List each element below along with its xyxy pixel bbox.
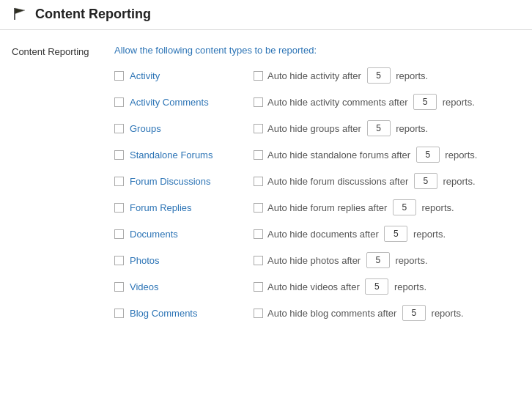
report-count-input-standalone-forums[interactable]	[416, 147, 440, 163]
right-col-standalone-forums: Auto hide standalone forums after report…	[254, 147, 520, 163]
page-title: Content Reporting	[35, 7, 151, 22]
auto-hide-checkbox-forum-replies[interactable]	[254, 203, 263, 213]
report-count-input-blog-comments[interactable]	[402, 305, 426, 321]
item-label-forum-discussions[interactable]: Forum Discussions	[130, 176, 211, 187]
left-col-videos: Videos	[114, 281, 254, 292]
auto-hide-text-forum-discussions: Auto hide forum discussions after	[267, 176, 411, 187]
report-count-input-photos[interactable]	[366, 252, 390, 268]
item-label-blog-comments[interactable]: Blog Comments	[130, 308, 197, 319]
auto-hide-checkbox-videos[interactable]	[254, 282, 263, 292]
left-col-forum-replies: Forum Replies	[114, 202, 254, 213]
section-description: Allow the following content types to be …	[114, 45, 520, 56]
right-col-forum-replies: Auto hide forum replies after reports.	[254, 199, 520, 215]
auto-hide-checkbox-photos[interactable]	[254, 256, 263, 265]
checkbox-standalone-forums[interactable]	[114, 150, 124, 160]
reports-suffix-documents: reports.	[410, 229, 446, 240]
checkbox-documents[interactable]	[114, 229, 124, 239]
auto-hide-text-activity: Auto hide activity after	[267, 70, 364, 81]
auto-hide-text-blog-comments: Auto hide blog comments after	[267, 308, 399, 319]
left-col-documents: Documents	[114, 229, 254, 240]
report-count-input-forum-discussions[interactable]	[414, 173, 437, 189]
left-col-forum-discussions: Forum Discussions	[114, 176, 254, 187]
auto-hide-text-documents: Auto hide documents after	[267, 229, 381, 240]
reports-suffix-blog-comments: reports.	[429, 308, 464, 319]
left-col-groups: Groups	[114, 123, 254, 134]
report-count-input-groups[interactable]	[367, 120, 391, 136]
main-content: Content Reporting Allow the following co…	[0, 30, 532, 346]
auto-hide-text-videos: Auto hide videos after	[267, 281, 362, 292]
checkbox-activity-comments[interactable]	[114, 97, 124, 107]
item-label-groups[interactable]: Groups	[130, 123, 161, 134]
report-count-input-activity-comments[interactable]	[413, 94, 437, 110]
auto-hide-text-activity-comments: Auto hide activity comments after	[267, 97, 410, 108]
checkbox-activity[interactable]	[114, 71, 124, 81]
checkbox-groups[interactable]	[114, 124, 124, 133]
table-row: Photos Auto hide photos after reports.	[114, 252, 520, 268]
item-label-standalone-forums[interactable]: Standalone Forums	[130, 149, 213, 160]
auto-hide-checkbox-forum-discussions[interactable]	[254, 177, 263, 186]
checkbox-videos[interactable]	[114, 282, 124, 292]
auto-hide-checkbox-blog-comments[interactable]	[254, 309, 263, 318]
right-col-photos: Auto hide photos after reports.	[254, 252, 520, 268]
report-count-input-documents[interactable]	[384, 226, 407, 242]
checkbox-photos[interactable]	[114, 256, 124, 265]
right-col-videos: Auto hide videos after reports.	[254, 278, 520, 295]
left-col-standalone-forums: Standalone Forums	[114, 149, 254, 160]
table-row: Forum Replies Auto hide forum replies af…	[114, 199, 520, 215]
svg-marker-0	[15, 8, 25, 20]
right-col-activity-comments: Auto hide activity comments after report…	[254, 94, 520, 110]
reports-suffix-forum-replies: reports.	[419, 202, 454, 213]
auto-hide-text-standalone-forums: Auto hide standalone forums after	[267, 149, 413, 160]
left-col-activity: Activity	[114, 70, 254, 81]
page-header: Content Reporting	[0, 0, 532, 30]
checkbox-forum-discussions[interactable]	[114, 177, 124, 186]
right-col-documents: Auto hide documents after reports.	[254, 226, 520, 242]
item-label-videos[interactable]: Videos	[130, 281, 159, 292]
report-count-input-videos[interactable]	[365, 278, 388, 295]
right-col-groups: Auto hide groups after reports.	[254, 120, 520, 136]
item-label-activity-comments[interactable]: Activity Comments	[130, 97, 209, 108]
right-col-activity: Auto hide activity after reports.	[254, 67, 520, 84]
item-label-forum-replies[interactable]: Forum Replies	[130, 202, 192, 213]
right-col-blog-comments: Auto hide blog comments after reports.	[254, 305, 520, 321]
left-col-activity-comments: Activity Comments	[114, 97, 254, 108]
checkbox-blog-comments[interactable]	[114, 309, 124, 318]
item-label-documents[interactable]: Documents	[130, 229, 178, 240]
auto-hide-checkbox-documents[interactable]	[254, 229, 263, 239]
auto-hide-checkbox-activity-comments[interactable]	[254, 97, 263, 107]
auto-hide-checkbox-groups[interactable]	[254, 124, 263, 133]
auto-hide-checkbox-activity[interactable]	[254, 71, 263, 81]
table-row: Activity Comments Auto hide activity com…	[114, 94, 520, 110]
report-count-input-forum-replies[interactable]	[393, 199, 416, 215]
auto-hide-text-forum-replies: Auto hide forum replies after	[267, 202, 390, 213]
table-row: Standalone Forums Auto hide standalone f…	[114, 147, 520, 163]
content-types-list: Activity Auto hide activity after report…	[114, 67, 520, 321]
left-col-blog-comments: Blog Comments	[114, 308, 254, 319]
reports-suffix-groups: reports.	[394, 123, 429, 134]
reports-suffix-activity-comments: reports.	[440, 97, 475, 108]
checkbox-forum-replies[interactable]	[114, 203, 124, 213]
reports-suffix-activity: reports.	[394, 70, 429, 81]
table-row: Groups Auto hide groups after reports.	[114, 120, 520, 136]
table-row: Blog Comments Auto hide blog comments af…	[114, 305, 520, 321]
reports-suffix-standalone-forums: reports.	[443, 149, 478, 160]
reports-suffix-forum-discussions: reports.	[440, 176, 476, 187]
left-col-photos: Photos	[114, 255, 254, 266]
table-row: Activity Auto hide activity after report…	[114, 67, 520, 84]
reports-suffix-videos: reports.	[391, 281, 426, 292]
auto-hide-checkbox-standalone-forums[interactable]	[254, 150, 263, 160]
auto-hide-text-groups: Auto hide groups after	[267, 123, 364, 134]
sidebar-section-label: Content Reporting	[12, 45, 114, 331]
table-row: Forum Discussions Auto hide forum discus…	[114, 173, 520, 189]
table-row: Documents Auto hide documents after repo…	[114, 226, 520, 242]
right-col-forum-discussions: Auto hide forum discussions after report…	[254, 173, 520, 189]
reports-suffix-photos: reports.	[393, 255, 428, 266]
item-label-photos[interactable]: Photos	[130, 255, 159, 266]
auto-hide-text-photos: Auto hide photos after	[267, 255, 363, 266]
flag-icon	[12, 6, 28, 22]
settings-panel: Allow the following content types to be …	[114, 45, 520, 331]
table-row: Videos Auto hide videos after reports.	[114, 278, 520, 295]
item-label-activity[interactable]: Activity	[130, 70, 160, 81]
report-count-input-activity[interactable]	[367, 67, 391, 84]
